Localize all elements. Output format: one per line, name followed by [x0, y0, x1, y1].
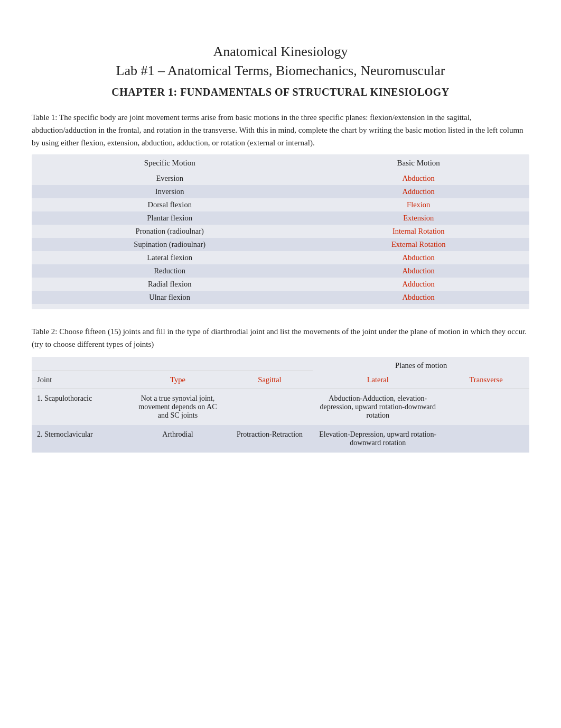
- specific-motion-cell: Eversion: [32, 172, 307, 185]
- sagittal-cell: [227, 389, 313, 426]
- basic-motion-cell: Flexion: [307, 198, 529, 211]
- transverse-cell: [443, 389, 529, 426]
- title-line2: Lab #1 – Anatomical Terms, Biomechanics,…: [116, 63, 445, 78]
- basic-motion-cell: Internal Rotation: [307, 225, 529, 238]
- specific-motion-cell: Inversion: [32, 185, 307, 198]
- specific-motion-cell: Reduction: [32, 264, 307, 278]
- table1-row: Pronation (radioulnar) Internal Rotation: [32, 225, 529, 238]
- table-row: 2. Sternoclavicular Arthrodial Protracti…: [32, 425, 529, 453]
- basic-motion-cell: Abduction: [307, 291, 529, 304]
- chapter-title: CHAPTER 1: FUNDAMENTALS OF STRUCTURAL KI…: [32, 86, 529, 98]
- basic-motion-cell: Abduction: [307, 251, 529, 264]
- basic-motion-cell: Abduction: [307, 264, 529, 278]
- table2-block: Planes of motion Joint Type Sagittal Lat…: [32, 357, 529, 453]
- col-header-sagittal: Sagittal: [227, 371, 313, 389]
- lateral-cell: Elevation-Depression, upward rotation-do…: [313, 425, 443, 453]
- specific-motion-cell: Plantar flexion: [32, 211, 307, 225]
- type-cell: Not a true synovial joint, movement depe…: [129, 389, 226, 426]
- col-header-specific-motion: Specific Motion: [32, 154, 307, 172]
- table1-row: Radial flexion Adduction: [32, 278, 529, 291]
- motion-table: Specific Motion Basic Motion Eversion Ab…: [32, 154, 529, 304]
- table1-row: Ulnar flexion Abduction: [32, 291, 529, 304]
- joints-table: Planes of motion Joint Type Sagittal Lat…: [32, 357, 529, 453]
- basic-motion-cell: Abduction: [307, 172, 529, 185]
- specific-motion-cell: Supination (radioulnar): [32, 238, 307, 251]
- table1-row: Plantar flexion Extension: [32, 211, 529, 225]
- table1-row: Lateral flexion Abduction: [32, 251, 529, 264]
- type-cell: Arthrodial: [129, 425, 226, 453]
- col-header-type: Type: [129, 371, 226, 389]
- basic-motion-cell: Extension: [307, 211, 529, 225]
- specific-motion-cell: Dorsal flexion: [32, 198, 307, 211]
- table1-row: Dorsal flexion Flexion: [32, 198, 529, 211]
- lateral-cell: Abduction-Adduction, elevation-depressio…: [313, 389, 443, 426]
- table2-description: Table 2: Choose fifteen (15) joints and …: [32, 325, 529, 351]
- table1-row: Reduction Abduction: [32, 264, 529, 278]
- col-header-basic-motion: Basic Motion: [307, 154, 529, 172]
- title-line1: Anatomical Kinesiology: [213, 44, 348, 59]
- page-title: Anatomical Kinesiology Lab #1 – Anatomic…: [32, 42, 529, 81]
- table-row: 1. Scapulothoracic Not a true synovial j…: [32, 389, 529, 426]
- specific-motion-cell: Radial flexion: [32, 278, 307, 291]
- table1-row: Supination (radioulnar) External Rotatio…: [32, 238, 529, 251]
- col-header-transverse: Transverse: [443, 371, 529, 389]
- col-header-lateral: Lateral: [313, 371, 443, 389]
- basic-motion-cell: Adduction: [307, 185, 529, 198]
- planes-header: Planes of motion: [313, 357, 529, 371]
- table1-row: Eversion Abduction: [32, 172, 529, 185]
- joint-cell: 1. Scapulothoracic: [32, 389, 129, 426]
- sagittal-cell: Protraction-Retraction: [227, 425, 313, 453]
- table1-description: Table 1: The specific body are joint mov…: [32, 111, 529, 149]
- basic-motion-cell: Adduction: [307, 278, 529, 291]
- joint-cell: 2. Sternoclavicular: [32, 425, 129, 453]
- basic-motion-cell: External Rotation: [307, 238, 529, 251]
- table1-row: Inversion Adduction: [32, 185, 529, 198]
- specific-motion-cell: Pronation (radioulnar): [32, 225, 307, 238]
- transverse-cell: [443, 425, 529, 453]
- table1-block: Specific Motion Basic Motion Eversion Ab…: [32, 154, 529, 309]
- specific-motion-cell: Lateral flexion: [32, 251, 307, 264]
- specific-motion-cell: Ulnar flexion: [32, 291, 307, 304]
- col-header-joint: Joint: [32, 371, 129, 389]
